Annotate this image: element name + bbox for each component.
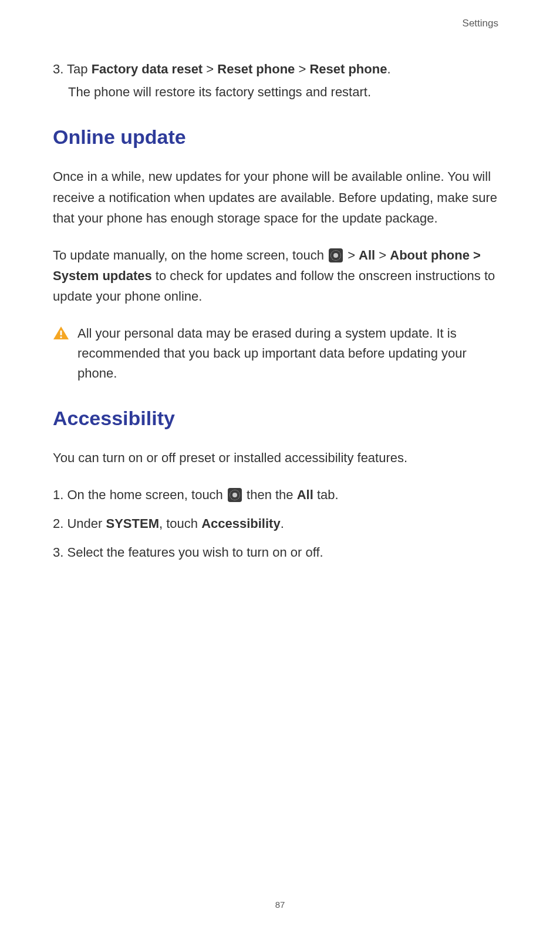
text: Select the features you wish to turn on … [63,545,323,560]
warning-icon [53,326,69,340]
bold-text: All [359,248,375,262]
text: . [281,516,284,531]
bold-text: All [297,487,313,502]
section-heading-online-update: Online update [53,126,507,149]
accessibility-para-1: You can turn on or off preset or install… [53,447,507,468]
text: tab. [313,487,339,502]
accessibility-step-3: 3. Select the features you wish to turn … [53,542,507,563]
text: > [375,248,390,262]
page-header-label: Settings [53,18,507,29]
svg-rect-2 [60,336,62,338]
text: > [295,62,309,76]
section-heading-accessibility: Accessibility [53,407,507,430]
step-number: 1. [53,487,63,502]
accessibility-step-1: 1. On the home screen, touch then the Al… [53,484,507,505]
text: then the [243,487,297,502]
bold-text: Reset phone [217,62,295,76]
bold-text: Accessibility [201,516,281,531]
bold-text: Reset phone [309,62,387,76]
step-number: 3. [53,545,63,560]
bold-text: Factory data reset [92,62,203,76]
settings-icon [228,488,242,502]
online-update-para-2: To update manually, on the home screen, … [53,245,507,307]
text: On the home screen, touch [63,487,227,502]
reset-step-3-sub: The phone will restore its factory setti… [68,82,507,102]
settings-icon [329,248,343,262]
reset-step-3: 3. Tap Factory data reset > Reset phone … [53,59,507,79]
warning-block: All your personal data may be erased dur… [53,324,507,383]
text: Under [63,516,106,531]
accessibility-step-2: 2. Under SYSTEM, touch Accessibility. [53,513,507,534]
text: . [387,62,390,76]
warning-text: All your personal data may be erased dur… [77,324,507,383]
bold-text: SYSTEM [106,516,159,531]
text: To update manually, on the home screen, … [53,248,328,262]
step-number: 2. [53,516,63,531]
text: Tap [63,62,91,76]
step-number: 3. [53,62,63,76]
document-page: Settings 3. Tap Factory data reset > Res… [0,0,560,926]
online-update-para-1: Once in a while, new updates for your ph… [53,166,507,228]
text: , touch [159,516,201,531]
page-number: 87 [0,900,560,910]
text: > [348,248,359,262]
svg-rect-1 [60,331,62,335]
text: > [203,62,217,76]
